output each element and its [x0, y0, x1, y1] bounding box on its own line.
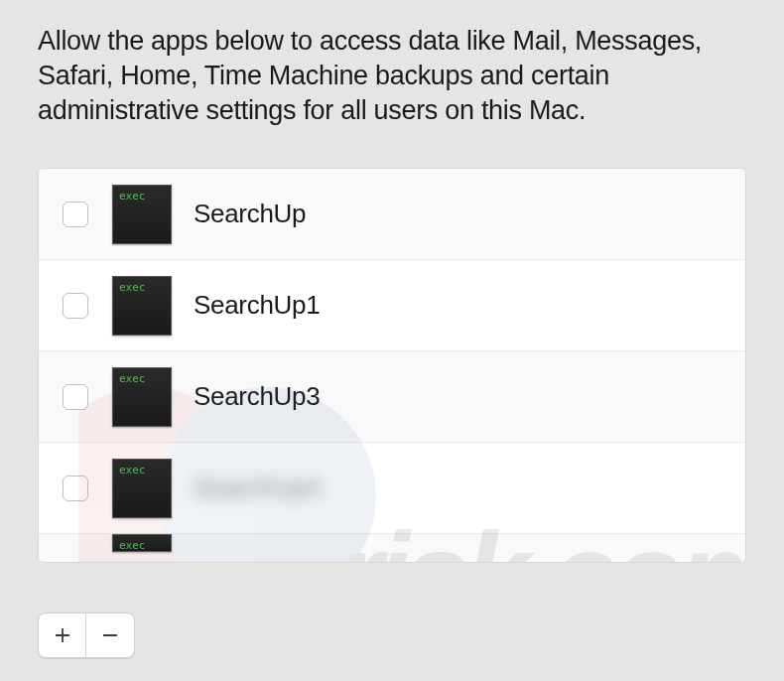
- exec-icon-label: exec: [119, 190, 146, 203]
- app-name-label: SearchUp3: [194, 381, 320, 412]
- minus-icon: [101, 626, 119, 644]
- exec-icon: exec: [112, 534, 172, 552]
- app-name-label: SearchUp1: [194, 290, 320, 321]
- app-row[interactable]: exec SearchUp: [39, 169, 745, 260]
- app-name-label-obscured: SearchUp4: [194, 473, 320, 503]
- add-button[interactable]: [39, 613, 86, 657]
- remove-button[interactable]: [86, 613, 134, 657]
- checkbox[interactable]: [63, 293, 88, 319]
- exec-icon: exec: [112, 185, 172, 244]
- app-list: risk.com exec SearchUp exec SearchUp1 ex…: [38, 168, 746, 563]
- exec-icon-label: exec: [119, 464, 146, 477]
- app-row[interactable]: exec: [39, 534, 745, 563]
- app-row[interactable]: exec SearchUp3: [39, 351, 745, 443]
- exec-icon-label: exec: [119, 539, 146, 552]
- app-name-label: SearchUp: [194, 199, 306, 229]
- checkbox[interactable]: [63, 476, 88, 501]
- exec-icon: exec: [112, 276, 172, 336]
- app-row[interactable]: exec SearchUp1: [39, 260, 745, 351]
- exec-icon-label: exec: [119, 281, 146, 294]
- plus-icon: [54, 626, 71, 644]
- permission-description: Allow the apps below to access data like…: [0, 0, 784, 148]
- add-remove-bar: [38, 613, 135, 658]
- exec-icon-label: exec: [119, 372, 146, 385]
- checkbox[interactable]: [63, 202, 88, 227]
- exec-icon: exec: [112, 459, 172, 518]
- exec-icon: exec: [112, 367, 172, 427]
- checkbox[interactable]: [63, 384, 88, 410]
- app-row[interactable]: exec SearchUp4: [39, 443, 745, 534]
